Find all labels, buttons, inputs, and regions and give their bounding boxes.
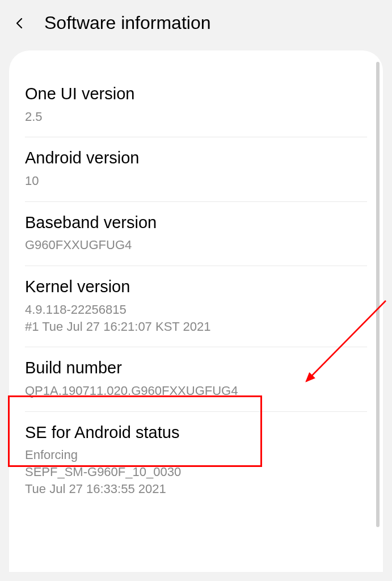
setting-title: Kernel version <box>25 276 367 298</box>
setting-title: Build number <box>25 357 367 379</box>
header: Software information <box>0 0 392 50</box>
page-title: Software information <box>44 12 210 33</box>
chevron-left-icon <box>12 16 26 30</box>
setting-value: 2.5 <box>25 108 367 125</box>
setting-title: Android version <box>25 148 367 169</box>
setting-item-se-android-status[interactable]: SE for Android status Enforcing SEPF_SM-… <box>9 412 383 510</box>
setting-title: Baseband version <box>25 212 367 234</box>
setting-value: 4.9.118-22256815 #1 Tue Jul 27 16:21:07 … <box>25 301 367 335</box>
setting-value: G960FXXUGFUG4 <box>25 237 367 254</box>
setting-item-baseband-version[interactable]: Baseband version G960FXXUGFUG4 <box>9 202 383 266</box>
setting-item-one-ui-version[interactable]: One UI version 2.5 <box>9 73 383 137</box>
setting-item-android-version[interactable]: Android version 10 <box>9 137 383 201</box>
setting-value: Enforcing SEPF_SM-G960F_10_0030 Tue Jul … <box>25 447 367 497</box>
settings-list: One UI version 2.5 Android version 10 Ba… <box>9 50 383 572</box>
setting-value: QP1A.190711.020.G960FXXUGFUG4 <box>25 382 367 399</box>
setting-item-build-number[interactable]: Build number QP1A.190711.020.G960FXXUGFU… <box>9 347 383 411</box>
setting-value: 10 <box>25 172 367 190</box>
setting-title: SE for Android status <box>25 422 367 444</box>
setting-title: One UI version <box>25 83 367 105</box>
back-button[interactable] <box>10 14 28 32</box>
setting-item-kernel-version[interactable]: Kernel version 4.9.118-22256815 #1 Tue J… <box>9 266 383 347</box>
